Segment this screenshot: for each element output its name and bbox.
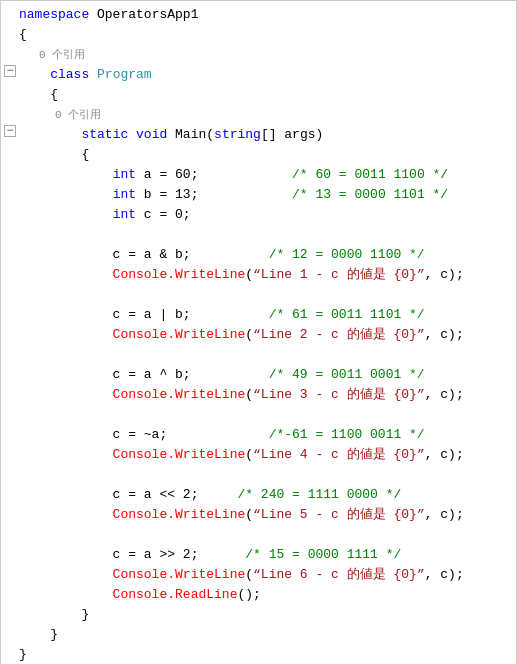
code-token: } (19, 607, 89, 622)
code-line: c = a ^ b; /* 49 = 0011 0001 */ (1, 365, 516, 385)
line-gutter: − (1, 125, 19, 137)
code-editor: namespace OperatorsApp1{0 个引用− class Pro… (0, 0, 517, 664)
code-token: , c); (425, 447, 464, 462)
line-content (19, 405, 516, 425)
code-line: namespace OperatorsApp1 (1, 5, 516, 25)
code-token: c = a ^ b; (19, 367, 269, 382)
code-token: /*-61 = 1100 0011 */ (269, 427, 425, 442)
code-token: , c); (425, 387, 464, 402)
code-token: ( (245, 507, 253, 522)
line-content: int c = 0; (19, 205, 516, 225)
code-token: b = 13; (136, 187, 292, 202)
code-token: /* 60 = 0011 1100 */ (292, 167, 448, 182)
code-line: Console.WriteLine(“Line 6 - c 的値是 {0}”, … (1, 565, 516, 585)
collapse-button[interactable]: − (4, 65, 16, 77)
line-content: Console.ReadLine(); (19, 585, 516, 605)
line-content: } (19, 645, 516, 664)
code-token: (); (237, 587, 260, 602)
code-token: a = 60; (136, 167, 292, 182)
code-token: “Line 6 - c 的値是 {0}” (253, 567, 425, 582)
code-token (19, 127, 81, 142)
code-line: − static void Main(string[] args) (1, 125, 516, 145)
code-line: Console.WriteLine(“Line 4 - c 的値是 {0}”, … (1, 445, 516, 465)
code-token: Console.WriteLine (19, 387, 245, 402)
code-line: Console.WriteLine(“Line 3 - c 的値是 {0}”, … (1, 385, 516, 405)
code-line: { (1, 145, 516, 165)
code-token: Console.WriteLine (19, 267, 245, 282)
code-token: ( (245, 267, 253, 282)
line-content: c = a | b; /* 61 = 0011 1101 */ (19, 305, 516, 325)
code-line: c = a | b; /* 61 = 0011 1101 */ (1, 305, 516, 325)
line-content: } (19, 625, 516, 645)
code-token: int (113, 167, 136, 182)
code-token: “Line 4 - c 的値是 {0}” (253, 447, 425, 462)
code-line: 0 个引用 (1, 105, 516, 125)
line-content (19, 225, 516, 245)
line-content (19, 465, 516, 485)
code-token: { (19, 27, 27, 42)
code-token: c = a | b; (19, 307, 269, 322)
line-content: } (19, 605, 516, 625)
code-line: { (1, 85, 516, 105)
code-line: { (1, 25, 516, 45)
line-content: Console.WriteLine(“Line 2 - c 的値是 {0}”, … (19, 325, 516, 345)
code-token: } (19, 647, 27, 662)
line-content: namespace OperatorsApp1 (19, 5, 516, 25)
code-line: c = a << 2; /* 240 = 1111 0000 */ (1, 485, 516, 505)
code-line: c = a >> 2; /* 15 = 0000 1111 */ (1, 545, 516, 565)
line-content (19, 525, 516, 545)
code-token: “Line 2 - c 的値是 {0}” (253, 327, 425, 342)
line-content: static void Main(string[] args) (19, 125, 516, 145)
code-token: int (113, 207, 136, 222)
line-content: Console.WriteLine(“Line 6 - c 的値是 {0}”, … (19, 565, 516, 585)
code-line: int c = 0; (1, 205, 516, 225)
code-token (19, 187, 113, 202)
code-token: c = a << 2; (19, 487, 237, 502)
code-token: c = ~a; (19, 427, 269, 442)
line-content: 0 个引用 (19, 45, 516, 65)
code-token: int (113, 187, 136, 202)
code-line: Console.ReadLine(); (1, 585, 516, 605)
code-token: /* 13 = 0000 1101 */ (292, 187, 448, 202)
code-line (1, 525, 516, 545)
line-content: { (19, 85, 516, 105)
code-token: Console.ReadLine (19, 587, 237, 602)
line-content (19, 345, 516, 365)
line-content: c = ~a; /*-61 = 1100 0011 */ (19, 425, 516, 445)
code-line: c = ~a; /*-61 = 1100 0011 */ (1, 425, 516, 445)
code-token: c = 0; (136, 207, 191, 222)
code-token: , c); (425, 567, 464, 582)
code-token: , c); (425, 267, 464, 282)
code-line: } (1, 605, 516, 625)
code-line (1, 405, 516, 425)
code-token: Console.WriteLine (19, 447, 245, 462)
code-token: ( (245, 447, 253, 462)
code-token: , c); (425, 327, 464, 342)
code-line (1, 345, 516, 365)
line-content: int a = 60; /* 60 = 0011 1100 */ (19, 165, 516, 185)
line-content: Console.WriteLine(“Line 5 - c 的値是 {0}”, … (19, 505, 516, 525)
code-token (128, 127, 136, 142)
code-token: Program (97, 67, 152, 82)
line-content: c = a >> 2; /* 15 = 0000 1111 */ (19, 545, 516, 565)
line-content: Console.WriteLine(“Line 1 - c 的値是 {0}”, … (19, 265, 516, 285)
code-line: Console.WriteLine(“Line 5 - c 的値是 {0}”, … (1, 505, 516, 525)
code-token: “Line 1 - c 的値是 {0}” (253, 267, 425, 282)
line-content: c = a ^ b; /* 49 = 0011 0001 */ (19, 365, 516, 385)
code-token: { (19, 87, 58, 102)
code-token: Console.WriteLine (19, 507, 245, 522)
code-line: int a = 60; /* 60 = 0011 1100 */ (1, 165, 516, 185)
code-token (19, 67, 50, 82)
code-token: [] args) (261, 127, 323, 142)
code-token: c = a >> 2; (19, 547, 245, 562)
code-token: { (19, 147, 89, 162)
code-token: /* 61 = 0011 1101 */ (269, 307, 425, 322)
line-content: c = a & b; /* 12 = 0000 1100 */ (19, 245, 516, 265)
code-line: Console.WriteLine(“Line 1 - c 的値是 {0}”, … (1, 265, 516, 285)
code-token: “Line 3 - c 的値是 {0}” (253, 387, 425, 402)
code-token: Console.WriteLine (19, 327, 245, 342)
line-content: class Program (19, 65, 516, 85)
code-token: c = a & b; (19, 247, 269, 262)
collapse-button[interactable]: − (4, 125, 16, 137)
line-content: { (19, 25, 516, 45)
